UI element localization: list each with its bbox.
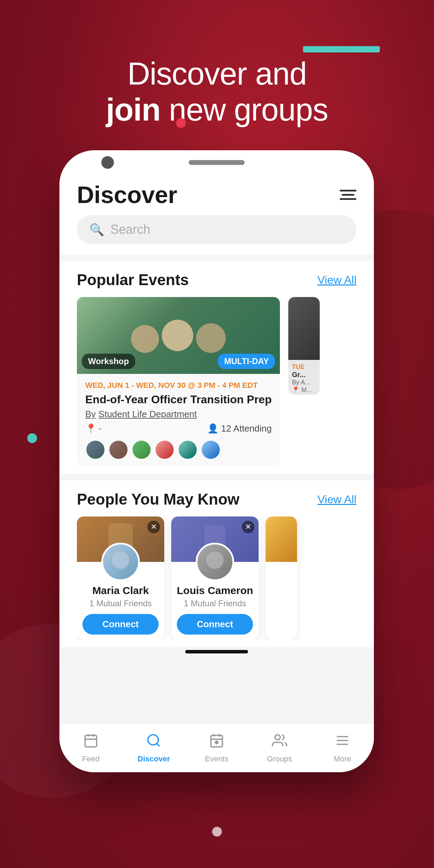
event-attending: 👤 12 Attending: [207, 423, 272, 434]
accent-bar: [303, 46, 380, 52]
person-card-maria[interactable]: ✕ Maria Clark 1 Mutual Friends Connect: [77, 516, 164, 640]
people-section: People You May Know View All ✕: [59, 480, 374, 647]
nav-item-feed[interactable]: Feed: [59, 727, 122, 756]
svg-point-11: [275, 735, 280, 740]
search-icon: 🔍: [89, 223, 104, 237]
louis-face: [206, 551, 224, 569]
attendee-avatar-5: [178, 440, 198, 460]
maria-name: Maria Clark: [82, 585, 159, 596]
location-pin-icon: 📍: [85, 423, 96, 434]
partial-event-date: TUE: [292, 363, 316, 371]
dot-teal-decoration: [27, 433, 37, 443]
svg-point-4: [148, 735, 158, 745]
filter-line-2: [342, 194, 354, 196]
hero-line1: Discover and: [0, 56, 434, 92]
louis-info: Louis Cameron 1 Mutual Friends Connect: [171, 581, 259, 640]
phone-camera: [101, 156, 114, 169]
event-image: Workshop MULTI-DAY: [77, 297, 280, 374]
nav-item-groups[interactable]: Groups: [248, 727, 311, 756]
partial-person-body: [266, 562, 297, 579]
filter-line-3: [340, 198, 356, 200]
event-card-1[interactable]: Workshop MULTI-DAY WED, JUN 1 - WED, NOV…: [77, 297, 280, 467]
hero-line2: join new groups: [0, 92, 434, 128]
attendee-avatar-4: [154, 440, 175, 460]
partial-event-name: Gr...: [292, 371, 316, 379]
person-card-partial: [266, 516, 297, 640]
event-card-partial: TUE Gr... By A... 📍 M...: [288, 297, 320, 395]
maria-face: [112, 551, 129, 569]
attendee-avatar-3: [131, 440, 152, 460]
maria-avatar-wrap: [77, 543, 164, 581]
event-org: By Student Life Department: [85, 409, 272, 420]
attendee-avatar-1: [85, 440, 106, 460]
home-indicator: [185, 650, 248, 653]
app-screen: Discover 🔍 Search Popular Events View Al…: [59, 168, 374, 755]
partial-card-img: [288, 297, 320, 360]
events-section-header: Popular Events View All: [77, 271, 356, 289]
louis-mutual: 1 Mutual Friends: [177, 599, 253, 608]
people-scroll: ✕ Maria Clark 1 Mutual Friends Connect: [77, 516, 356, 640]
more-icon: [335, 733, 350, 752]
louis-avatar-wrap: [171, 543, 259, 581]
attendee-avatar-6: [201, 440, 221, 460]
groups-label: Groups: [267, 754, 292, 756]
partial-event-by: By A...: [292, 379, 316, 386]
event-body: WED, JUN 1 - WED, NOV 30 @ 3 PM - 4 PM E…: [77, 374, 280, 467]
filter-line-1: [340, 190, 356, 191]
bottom-navigation: Feed Discover: [59, 723, 374, 755]
people-view-all[interactable]: View All: [318, 493, 356, 506]
phone-topbar: [59, 150, 374, 168]
louis-connect-button[interactable]: Connect: [177, 614, 253, 635]
event-by-label: By: [85, 409, 96, 419]
partial-person-bg: [266, 516, 297, 562]
discover-icon: [146, 733, 161, 752]
search-section: 🔍 Search: [59, 215, 374, 254]
nav-item-discover[interactable]: Discover: [122, 727, 185, 756]
event-badges: Workshop MULTI-DAY: [82, 354, 275, 369]
event-org-name[interactable]: Student Life Department: [99, 409, 197, 419]
filter-button[interactable]: [340, 190, 356, 200]
phone-mockup: Discover 🔍 Search Popular Events View Al…: [59, 150, 374, 772]
nav-item-more[interactable]: More: [311, 727, 374, 756]
person-icon: 👤: [207, 423, 218, 434]
maria-mutual: 1 Mutual Friends: [82, 599, 159, 608]
maria-avatar: [101, 543, 140, 581]
feed-label: Feed: [82, 754, 100, 756]
face-3: [196, 323, 226, 353]
people-section-title: People You May Know: [77, 491, 239, 508]
people-section-header: People You May Know View All: [77, 491, 356, 508]
attendee-avatar-2: [108, 440, 129, 460]
discover-label: Discover: [138, 754, 170, 756]
events-view-all[interactable]: View All: [318, 274, 356, 287]
person-card-louis[interactable]: ✕ Louis Cameron 1 Mutual Friends Connect: [171, 516, 259, 640]
face-1: [131, 325, 159, 353]
search-input[interactable]: 🔍 Search: [77, 215, 356, 244]
louis-name: Louis Cameron: [177, 585, 253, 596]
groups-icon: [272, 733, 287, 752]
search-placeholder-text: Search: [110, 222, 150, 237]
app-header: Discover: [59, 168, 374, 215]
events-icon: [209, 733, 224, 752]
svg-rect-0: [85, 735, 97, 747]
workshop-badge: Workshop: [82, 354, 135, 369]
nav-item-events[interactable]: Events: [185, 727, 248, 756]
attendee-avatars: [85, 440, 272, 460]
louis-avatar: [196, 543, 234, 581]
event-location: 📍 -: [85, 423, 102, 434]
partial-card-body: TUE Gr... By A... 📍 M...: [288, 360, 320, 395]
face-2: [162, 320, 193, 351]
partial-event-loc: 📍 M...: [292, 386, 316, 394]
event-meta: 📍 - 👤 12 Attending: [85, 423, 272, 434]
svg-point-10: [215, 741, 218, 743]
events-label: Events: [205, 754, 228, 756]
dot-bottom-decoration: [212, 827, 222, 837]
feed-icon: [83, 733, 99, 752]
maria-info: Maria Clark 1 Mutual Friends Connect: [77, 581, 164, 640]
phone-notch: [189, 160, 245, 165]
event-name: End-of-Year Officer Transition Prep: [85, 393, 272, 406]
events-section-title: Popular Events: [77, 271, 189, 289]
multiday-badge: MULTI-DAY: [218, 354, 275, 369]
svg-line-5: [157, 743, 160, 746]
maria-connect-button[interactable]: Connect: [82, 614, 159, 635]
hero-section: Discover and join new groups: [0, 56, 434, 128]
